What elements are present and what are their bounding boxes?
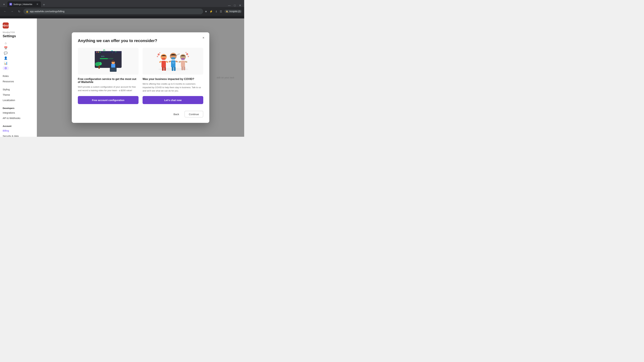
svg-point-40 [186,53,188,55]
url-text: app.waitwhile.com/settings/billing [30,10,64,13]
sidebar-item-security[interactable]: Security & data [0,133,37,137]
svg-rect-51 [182,66,183,70]
tab-favicon: M [10,3,12,5]
incognito-label: Incognito (2) [229,10,240,12]
sidebar-item-billing[interactable]: Billing [0,128,37,133]
sidebar-toggle-icon[interactable]: ☰ [220,10,222,13]
svg-rect-22 [162,58,166,60]
tab-bar: ▼ M Settings | Waitwhile ✕ + — □ ✕ [0,0,244,7]
profile-button[interactable]: ▼ [1,2,7,7]
svg-rect-34 [181,61,185,67]
svg-rect-47 [162,67,164,71]
svg-point-45 [178,53,180,54]
browser-chrome: ▼ M Settings | Waitwhile ✕ + — □ ✕ ← → ↻… [0,0,244,18]
modal-overlay: × Anything we can offer you to reconside… [37,18,244,137]
download-icon[interactable]: ⇓ [215,10,217,13]
sidebar-item-resources[interactable]: Resources [0,79,37,84]
svg-rect-30 [168,60,171,62]
app-title: Settings [0,34,37,41]
continue-button[interactable]: Continue [184,111,203,117]
tab-title: Settings | Waitwhile [14,3,32,5]
svg-rect-52 [184,66,185,70]
incognito-icon: 🕵 [226,10,228,12]
sidebar-item-integrations[interactable]: Integrations [0,110,37,115]
back-button[interactable]: Back [171,111,182,117]
svg-point-4 [100,52,100,53]
modal-close-button[interactable]: × [201,35,206,40]
sidebar-item-localization[interactable]: Localization [0,97,37,103]
sidebar-item-theme[interactable]: Theme [0,92,37,97]
address-bar[interactable]: 🔒 app.waitwhile.com/settings/billing [24,8,203,14]
svg-point-2 [96,52,97,53]
bookmark-icon[interactable]: ★ [205,10,207,13]
window-controls: — □ ✕ [228,4,243,7]
sidebar-item-api-webhooks[interactable]: API & Webhooks [0,115,37,121]
svg-rect-6 [100,58,108,59]
nav-actions: ★ ⚡ ⇓ ☰ 🕵 Incognito (2) [205,10,242,13]
restore-button[interactable]: □ [234,4,236,7]
card2-heading: Was your business impacted by COVID? [142,78,203,81]
sidebar-item-styling[interactable]: Styling [0,87,37,92]
modal-dialog: × Anything we can offer you to reconside… [72,32,209,123]
svg-text:☁: ☁ [111,49,113,52]
nav-bar: ← → ↻ 🔒 app.waitwhile.com/settings/billi… [0,7,244,16]
modal-title: Anything we can offer you to reconsider? [78,38,203,43]
back-button[interactable]: ← [2,9,8,14]
sidebar-item-calendar[interactable]: 📅 [3,46,9,50]
card2-description: We're offering free credits up to 6 mont… [142,82,203,93]
svg-rect-35 [178,61,181,63]
security-icon: 🔒 [26,10,28,13]
sidebar-item-chat[interactable]: 💬 [3,51,9,55]
svg-point-38 [157,56,158,57]
svg-point-43 [176,55,177,56]
svg-text:DATA: DATA [101,56,104,57]
modal-card-covid: 🛡 [142,48,203,104]
minimize-button[interactable]: — [228,4,230,7]
svg-point-44 [178,54,178,55]
modal-footer: Back Continue [78,109,203,117]
incognito-badge[interactable]: 🕵 Incognito (2) [224,10,242,13]
svg-text:↑: ↑ [112,52,113,54]
svg-point-3 [98,52,99,53]
tab-close-button[interactable]: ✕ [36,3,39,6]
sidebar-item-roles[interactable]: Roles [0,73,37,79]
svg-rect-49 [172,67,174,71]
sidebar: Moodjoy7434 Moodjoy7434 Settings ⌂ 📅 💬 👤… [0,18,37,137]
card1-heading: Free configuration service to get the mo… [78,78,138,84]
svg-text:🛡: 🛡 [172,62,174,64]
svg-text:⚙: ⚙ [103,49,106,52]
svg-rect-31 [175,60,178,62]
svg-point-41 [188,56,189,57]
developers-header: Developers [0,106,37,110]
modal-cards: DATA [78,48,203,104]
new-tab-button[interactable]: + [42,2,46,7]
sidebar-item-analytics[interactable]: 📊 [3,61,9,65]
config-illustration: DATA [78,48,138,75]
extensions-icon[interactable]: ⚡ [210,10,213,13]
svg-point-42 [186,52,186,53]
chat-now-button[interactable]: Let's chat now [142,96,203,104]
browser-tab[interactable]: M Settings | Waitwhile ✕ [8,1,41,7]
svg-rect-24 [159,61,162,63]
refresh-button[interactable]: ↻ [16,9,22,14]
svg-point-37 [158,53,160,55]
svg-text:⚙: ⚙ [115,51,117,53]
svg-rect-23 [162,61,166,67]
free-config-button[interactable]: Free account configuration [78,96,138,104]
svg-rect-27 [171,57,175,59]
forward-button[interactable]: → [10,9,15,14]
svg-rect-25 [166,61,168,63]
sidebar-item-users[interactable]: 👤 [3,56,9,60]
svg-rect-12 [110,68,116,71]
svg-rect-48 [164,67,166,71]
close-window-button[interactable]: ✕ [239,4,241,7]
app-container: Moodjoy7434 Moodjoy7434 Settings ⌂ 📅 💬 👤… [0,18,244,137]
svg-rect-36 [185,61,188,63]
svg-point-16 [97,62,100,65]
covid-svg: 🛡 [142,48,203,75]
svg-rect-50 [174,67,176,71]
sidebar-item-settings[interactable]: ⚙ [3,66,9,70]
account-header: Account [0,123,37,128]
card1-description: We'll provide a custom configuration of … [78,85,138,93]
sidebar-item-home[interactable]: ⌂ [3,41,9,45]
